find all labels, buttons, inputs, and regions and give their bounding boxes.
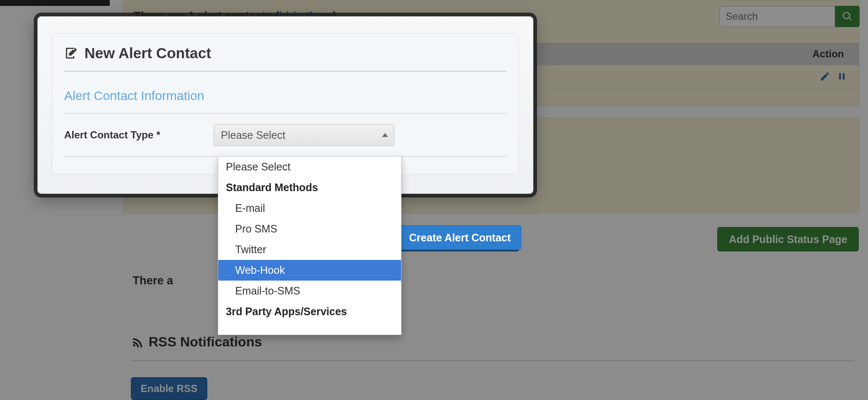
modal-title-text: New Alert Contact — [84, 45, 211, 62]
create-alert-contact-button[interactable]: Create Alert Contact — [399, 225, 521, 250]
dropdown-option-pro-sms[interactable]: Pro SMS — [218, 219, 401, 239]
alert-contact-info-heading: Alert Contact Information — [64, 89, 507, 114]
dropdown-option-twitter[interactable]: Twitter — [218, 239, 401, 260]
modal-title: New Alert Contact — [64, 45, 507, 72]
dropdown-option-email-to-sms[interactable]: Email-to-SMS — [218, 281, 401, 301]
modal-inner-card: New Alert Contact Alert Contact Informat… — [52, 33, 519, 174]
dropdown-group-third-party: 3rd Party Apps/Services — [218, 301, 401, 322]
edit-square-icon — [64, 46, 79, 60]
alert-contact-type-row: Alert Contact Type * Please Select — [64, 114, 507, 157]
chevron-up-icon — [382, 133, 388, 137]
create-alert-contact-label: Create Alert Contact — [409, 232, 511, 244]
dropdown-option-email[interactable]: E-mail — [218, 198, 401, 219]
dropdown-option-placeholder[interactable]: Please Select — [218, 157, 401, 177]
alert-contact-type-label: Alert Contact Type * — [64, 129, 214, 141]
dropdown-option-web-hook[interactable]: Web-Hook — [218, 260, 401, 281]
alert-contact-type-dropdown[interactable]: Please Select Standard Methods E-mail Pr… — [218, 156, 401, 335]
alert-contact-type-select[interactable]: Please Select — [214, 124, 394, 146]
select-placeholder-text: Please Select — [221, 129, 285, 141]
dropdown-group-standard: Standard Methods — [218, 177, 401, 198]
